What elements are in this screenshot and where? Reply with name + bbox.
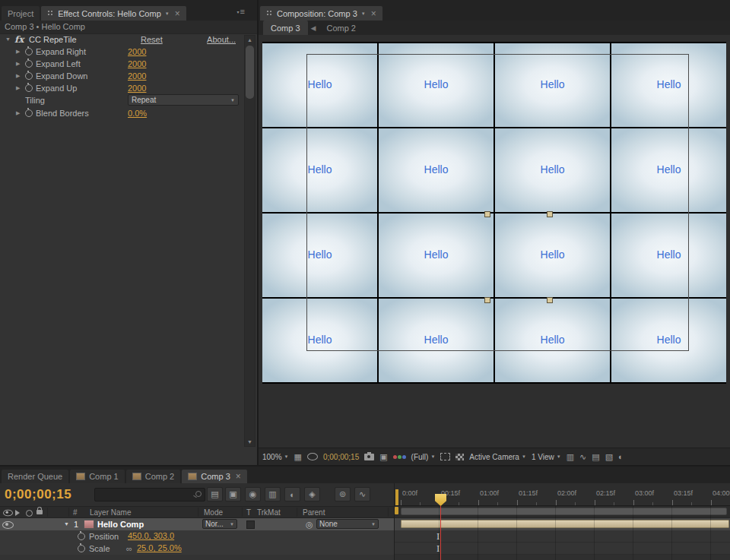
effect-disclosure-triangle-icon[interactable]: ▼ (5, 36, 11, 42)
tab-comp2[interactable]: Comp 2 (126, 470, 181, 483)
tab-comp3[interactable]: Comp 3 × (182, 470, 247, 483)
selection-handle[interactable] (547, 211, 553, 217)
column-divider[interactable] (68, 508, 69, 517)
scale-property-row[interactable]: Scale ∞ 25.0, 25.0% (0, 543, 394, 555)
timeline-button-icon[interactable]: ▤ (592, 453, 599, 461)
parent-pickwhip-icon[interactable]: ◎ (306, 520, 313, 530)
stopwatch-icon[interactable] (25, 60, 33, 68)
auto-keyframe-button[interactable]: ⊚ (335, 487, 351, 501)
layer-disclosure-triangle-icon[interactable]: ▼ (64, 521, 69, 527)
frame-blend-button[interactable]: ▥ (265, 487, 281, 501)
composition-canvas[interactable]: Hello Hello Hello Hello Hello Hello Hell… (262, 42, 726, 384)
tab-render-queue[interactable]: Render Queue (2, 470, 68, 483)
view-layout-select[interactable]: 1 View ▼ (532, 453, 561, 461)
disclosure-triangle-icon[interactable]: ▶ (16, 61, 20, 67)
column-divider[interactable] (388, 508, 389, 517)
stopwatch-icon[interactable] (25, 84, 33, 92)
viewer-back-arrow-icon[interactable]: ◀ (311, 24, 316, 32)
property-value[interactable]: 2000 (128, 71, 146, 81)
transparency-grid-icon[interactable] (455, 454, 464, 460)
tab-composition[interactable]: Composition: Comp 3 ▼ × (260, 6, 382, 21)
zoom-select[interactable]: 100% ▼ (262, 453, 289, 461)
view-select[interactable]: Active Camera ▼ (469, 453, 526, 461)
tab-comp1[interactable]: Comp 1 (70, 470, 125, 483)
property-value[interactable]: 2000 (128, 47, 146, 56)
scroll-down-icon[interactable]: ▼ (245, 439, 255, 445)
reset-link[interactable]: Reset (141, 35, 163, 44)
trkmat-checkbox[interactable] (246, 520, 255, 529)
close-icon[interactable]: × (175, 10, 180, 17)
column-divider[interactable] (47, 508, 48, 517)
layer-name[interactable]: Hello Comp (97, 520, 144, 529)
viewer-tab-comp2[interactable]: Comp 2 (319, 21, 363, 35)
resolution-select[interactable]: (Full) ▼ (411, 453, 436, 461)
selection-handle[interactable] (484, 297, 490, 303)
keyframe-icon[interactable]: I (436, 544, 440, 554)
chevron-down-icon[interactable]: ▼ (361, 11, 366, 16)
show-channels-icon[interactable] (393, 455, 406, 459)
mask-visibility-icon[interactable] (307, 453, 318, 460)
fast-previews-icon[interactable]: ∿ (579, 453, 586, 461)
selection-handle[interactable] (484, 211, 490, 217)
keyframe-icon[interactable]: I (436, 532, 440, 542)
property-value[interactable]: 2000 (128, 84, 146, 93)
reset-exposure-icon[interactable]: ◐ (618, 453, 624, 461)
eye-icon[interactable] (2, 521, 14, 529)
constrain-proportions-icon[interactable]: ∞ (126, 544, 132, 553)
region-of-interest-icon[interactable] (440, 453, 450, 460)
stopwatch-icon[interactable] (78, 533, 85, 540)
disclosure-triangle-icon[interactable]: ▶ (16, 110, 20, 116)
motion-blur-button[interactable]: ◐ (284, 487, 300, 501)
scale-value[interactable]: 25.0, 25.0% (137, 543, 182, 552)
comp-miniflow-button[interactable]: ▤ (207, 487, 223, 501)
stopwatch-icon[interactable] (25, 48, 33, 55)
layer-row[interactable]: ▼ 1 Hello Comp Nor... ▼ ◎ None ▼ (0, 518, 394, 530)
chevron-down-icon[interactable]: ▼ (165, 11, 170, 16)
position-value[interactable]: 450.0, 303.0 (128, 531, 174, 540)
close-icon[interactable]: × (371, 10, 376, 17)
tiling-select[interactable]: Repeat ▼ (128, 94, 239, 106)
disclosure-triangle-icon[interactable]: ▶ (16, 49, 20, 55)
flowchart-button-icon[interactable]: ▧ (605, 453, 613, 461)
stopwatch-icon[interactable] (25, 72, 33, 80)
tile-text: Hello (611, 78, 726, 90)
tab-effect-controls[interactable]: Effect Controls: Hello Comp ▼ × (41, 6, 186, 21)
scrollbar-thumb[interactable] (246, 46, 254, 99)
scroll-up-icon[interactable]: ▲ (245, 37, 255, 43)
column-divider[interactable] (198, 508, 198, 517)
work-area-start-handle[interactable] (395, 507, 398, 514)
viewer-tab-comp3[interactable]: Comp 3 (263, 21, 308, 35)
hide-shy-button[interactable]: ◉ (245, 487, 261, 501)
column-divider[interactable] (297, 508, 297, 517)
property-value[interactable]: 0.0% (128, 109, 147, 118)
effect-panel-scrollbar[interactable]: ▲ ▼ (244, 35, 256, 447)
composition-viewport[interactable]: Hello Hello Hello Hello Hello Hello Hell… (259, 35, 730, 448)
current-timecode[interactable]: 0;00;00;15 (5, 487, 71, 502)
position-property-row[interactable]: Position 450.0, 303.0 (0, 530, 394, 543)
show-snapshot-icon[interactable]: ▣ (379, 453, 387, 461)
tab-project[interactable]: Project (2, 6, 40, 21)
graph-editor-button[interactable]: ∿ (354, 487, 370, 501)
brainstorm-button[interactable]: ◈ (304, 487, 320, 501)
column-divider[interactable] (242, 508, 243, 517)
disclosure-triangle-icon[interactable]: ▶ (16, 85, 20, 91)
layer-duration-bar[interactable] (401, 520, 729, 528)
about-link[interactable]: About... (207, 35, 236, 44)
draft-3d-button[interactable]: ▣ (225, 487, 241, 501)
pixel-aspect-icon[interactable]: ▥ (567, 453, 574, 461)
close-icon[interactable]: × (236, 473, 241, 480)
work-area-bar[interactable] (401, 508, 727, 515)
property-value[interactable]: 2000 (128, 59, 146, 68)
parent-select[interactable]: None ▼ (316, 519, 379, 529)
statusbar-timecode[interactable]: 0;00;00;15 (323, 453, 359, 461)
panel-menu-icon[interactable]: ▾≡ (237, 7, 245, 16)
time-navigator-start-handle[interactable] (395, 489, 398, 505)
stopwatch-icon[interactable] (25, 109, 33, 117)
search-input[interactable] (94, 488, 205, 501)
disclosure-triangle-icon[interactable]: ▶ (16, 73, 20, 79)
grid-guides-icon[interactable]: ▦ (294, 453, 302, 461)
selection-handle[interactable] (547, 297, 553, 303)
snapshot-camera-icon[interactable] (364, 454, 374, 460)
blend-mode-select[interactable]: Nor... ▼ (202, 519, 237, 529)
stopwatch-icon[interactable] (78, 545, 85, 552)
